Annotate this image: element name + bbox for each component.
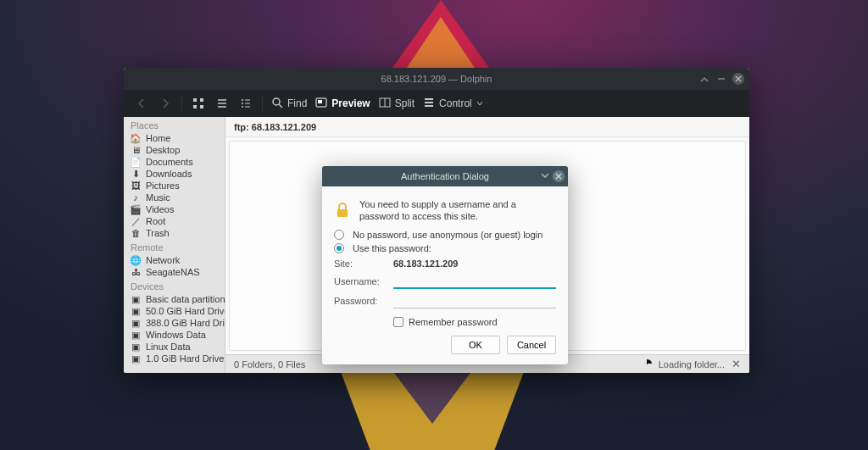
split-icon [379,97,391,111]
lock-icon [334,202,351,219]
desktop-icon: 🖥 [131,145,141,155]
svg-rect-7 [200,105,203,108]
downloads-icon: ⬇ [131,169,141,179]
places-item-trash[interactable]: 🗑Trash [124,227,225,239]
remote-item-seagatenas[interactable]: 🖧SeagateNAS [124,266,225,278]
split-label: Split [395,97,415,109]
svg-rect-5 [200,98,203,102]
preview-label: Preview [331,97,370,109]
username-label: Username: [334,276,387,286]
location-text: ftp: 68.183.121.209 [234,122,316,132]
drive-icon: ▣ [131,353,141,364]
devices-item-50gib[interactable]: ▣50.0 GiB Hard Drive [124,305,225,317]
nas-icon: 🖧 [131,267,141,277]
find-label: Find [287,97,307,109]
pictures-icon: 🖼 [131,181,141,191]
control-button[interactable]: Control [420,92,487,114]
view-details-button[interactable] [235,92,257,114]
control-label: Control [439,97,472,109]
svg-rect-4 [193,98,197,102]
radio-use-password[interactable] [334,243,344,253]
places-item-videos[interactable]: 🎬Videos [124,203,225,215]
password-label: Password: [334,296,387,306]
drive-icon: ▣ [131,318,141,328]
cancel-button[interactable]: Cancel [507,336,556,354]
remember-password-label: Remember password [409,317,498,327]
status-left: 0 Folders, 0 Files [234,359,305,369]
drive-icon: ▣ [131,342,141,352]
site-value: 68.183.121.209 [393,258,556,269]
preview-icon [315,97,327,111]
nav-forward-button[interactable] [154,92,176,114]
svg-point-11 [273,98,280,105]
loading-spinner-icon [643,359,652,369]
devices-item-linux-data[interactable]: ▣Linux Data [124,341,225,353]
view-icons-button[interactable] [187,92,209,114]
nav-back-button[interactable] [131,92,153,114]
devices-item-basic-data[interactable]: ▣Basic data partition [124,293,225,305]
svg-rect-13 [318,100,322,103]
window-close-button[interactable] [732,73,744,85]
radio-anonymous[interactable] [334,230,344,240]
devices-item-windows-data[interactable]: ▣Windows Data [124,329,225,341]
trash-icon: 🗑 [131,228,141,238]
remember-password-checkbox[interactable] [393,317,403,327]
location-bar[interactable]: ftp: 68.183.121.209 [225,117,749,137]
music-icon: ♪ [131,192,141,203]
radio-use-password-label: Use this password: [353,243,431,253]
svg-rect-6 [193,105,197,108]
search-icon [271,97,283,111]
svg-point-9 [242,103,243,104]
status-cancel-icon[interactable]: ✕ [732,358,741,370]
places-item-pictures[interactable]: 🖼Pictures [124,180,225,192]
places-item-desktop[interactable]: 🖥Desktop [124,144,225,156]
toolbar-separator [262,96,263,111]
places-item-downloads[interactable]: ⬇Downloads [124,168,225,180]
remote-item-network[interactable]: 🌐Network [124,254,225,266]
window-maximize-button[interactable] [715,73,727,85]
authentication-dialog: Authentication Dialog You need to supply… [322,166,568,364]
places-item-music[interactable]: ♪Music [124,192,225,203]
dialog-close-button[interactable] [553,170,565,182]
partition-icon: ▣ [131,294,141,304]
toolbar: Find Preview Split Control [124,90,749,117]
window-titlebar: 68.183.121.209 — Dolphin [124,68,749,90]
username-input[interactable] [393,274,556,289]
view-compact-button[interactable] [211,92,233,114]
places-item-documents[interactable]: 📄Documents [124,156,225,168]
radio-anonymous-label: No password, use anonymous (or guest) lo… [353,230,542,240]
devices-item-388gib[interactable]: ▣388.0 GiB Hard Drive [124,317,225,329]
window-title: 68.183.121.209 — Dolphin [381,74,492,84]
devices-header: Devices [124,278,225,293]
drive-icon: ▣ [131,306,141,316]
network-icon: 🌐 [131,255,141,265]
places-item-home[interactable]: 🏠Home [124,132,225,144]
preview-button[interactable]: Preview [312,92,373,114]
toolbar-separator [181,96,182,111]
places-header: Places [124,117,225,132]
chevron-down-icon [476,97,483,109]
ok-button[interactable]: OK [451,336,500,354]
dialog-titlebar: Authentication Dialog [322,166,568,186]
svg-point-10 [242,106,243,108]
status-right: Loading folder... [659,359,725,369]
drive-icon: ▣ [131,330,141,340]
root-icon: ／ [131,216,141,226]
window-minimize-button[interactable] [698,73,710,85]
places-item-root[interactable]: ／Root [124,215,225,227]
dialog-info-text: You need to supply a username and a pass… [359,198,556,223]
remote-header: Remote [124,239,225,254]
videos-icon: 🎬 [131,204,141,214]
dialog-collapse-button[interactable] [541,171,549,181]
places-panel: Places 🏠Home 🖥Desktop 📄Documents ⬇Downlo… [124,117,225,373]
password-input[interactable] [393,294,556,308]
menu-icon [423,97,435,111]
devices-item-1gib[interactable]: ▣1.0 GiB Hard Drive [124,353,225,364]
svg-rect-15 [337,209,348,217]
home-icon: 🏠 [131,133,141,143]
site-label: Site: [334,258,387,269]
find-button[interactable]: Find [268,92,310,114]
split-button[interactable]: Split [376,92,418,114]
dialog-title: Authentication Dialog [401,171,489,181]
documents-icon: 📄 [131,157,141,167]
